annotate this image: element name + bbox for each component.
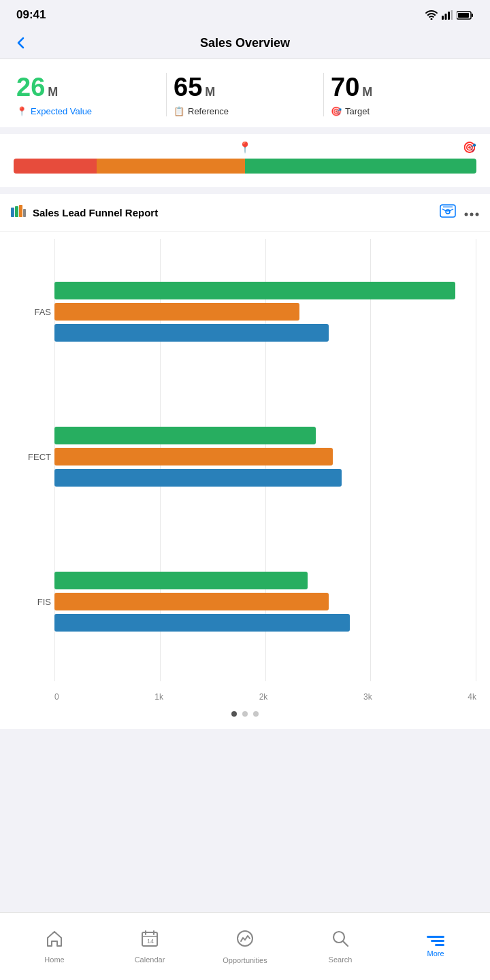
bar-group-fis: FIS [54,572,476,632]
nav-item-more[interactable]: More [388,929,483,964]
pagination-dot-1[interactable] [231,711,237,717]
pagination-dot-3[interactable] [253,711,259,717]
svg-point-12 [446,210,450,214]
search-icon [331,930,349,952]
status-icons [425,10,474,20]
header: Sales Overview [0,27,490,59]
calendar-icon: 14 [141,930,159,952]
x-axis-2: 2k [259,692,268,702]
x-axis-1: 1k [154,692,163,702]
bar-group-fas: FAS [54,282,476,342]
kpi-reference-suffix: M [205,85,215,99]
kpi-section: 26 M 📍 Expected Value 65 M 📋 Reference 7… [0,59,490,127]
progress-section: 📍 🎯 [0,134,490,187]
progress-marker-target: 🎯 [463,141,476,154]
more-icon [427,936,444,946]
kpi-expected-label: Expected Value [31,106,92,116]
nav-home-label: Home [44,956,64,964]
kpi-expected-label-row: 📍 Expected Value [16,106,159,116]
fect-bar-orange [54,448,333,466]
nav-calendar-label: Calendar [135,956,165,964]
x-axis-0: 0 [54,692,59,702]
pagination-dot-2[interactable] [242,711,248,717]
svg-rect-10 [23,209,26,217]
kpi-expected-suffix: M [48,85,58,99]
kpi-expected-number: 26 [16,73,45,102]
chart-actions [440,203,479,222]
svg-point-15 [476,213,479,216]
progress-green [245,159,476,174]
bar-chart-area: FAS FECT FIS [0,232,490,702]
svg-point-13 [465,213,468,216]
reference-marker-icon: 📍 [238,141,252,154]
progress-bar [14,159,476,174]
bar-chart-inner: FAS FECT FIS [54,239,476,702]
chart-header-icon [11,205,26,220]
nav-item-search[interactable]: Search [293,923,388,970]
opportunities-icon [235,929,255,953]
nav-opportunities-label: Opportunities [223,956,267,964]
fas-bar-blue [54,324,329,342]
svg-rect-1 [445,14,447,20]
status-time: 09:41 [16,8,46,22]
chart-more-button[interactable] [464,205,479,220]
kpi-reference-label: Reference [188,106,229,116]
target-marker-icon: 🎯 [463,141,476,154]
fis-bar-green [54,572,308,589]
svg-text:14: 14 [147,938,154,945]
svg-rect-7 [11,208,14,217]
kpi-reference-label-row: 📋 Reference [174,106,316,116]
pagination [0,702,490,722]
svg-rect-8 [15,206,18,217]
bar-group-fect-label: FECT [10,451,51,461]
bar-groups: FAS FECT FIS [54,239,476,674]
svg-rect-9 [19,205,22,217]
kpi-reference: 65 M 📋 Reference [174,73,316,116]
nav-item-opportunities[interactable]: Opportunities [197,922,293,971]
progress-marker-reference: 📍 [238,141,252,154]
chart-title: Sales Lead Funnel Report [33,207,433,218]
svg-point-14 [470,213,474,216]
battery-icon [457,11,474,20]
home-icon [45,930,64,952]
back-button[interactable] [14,35,54,50]
bar-group-fect: FECT [54,427,476,487]
svg-rect-5 [472,14,473,17]
progress-orange [97,159,245,174]
expected-value-icon: 📍 [16,106,27,116]
kpi-target-label-row: 🎯 Target [331,106,474,116]
nav-search-label: Search [329,956,353,964]
chart-filter-button[interactable] [440,203,456,222]
bar-group-fas-label: FAS [10,306,51,316]
chart-header: Sales Lead Funnel Report [0,194,490,232]
nav-item-calendar[interactable]: 14 Calendar [102,923,197,970]
progress-red [14,159,97,174]
nav-more-label: More [427,949,444,958]
kpi-target-suffix: M [362,85,372,99]
fect-bar-green [54,427,316,444]
reference-icon: 📋 [174,106,184,116]
signal-icon [442,10,453,20]
svg-rect-2 [448,12,450,20]
svg-line-23 [343,941,348,946]
wifi-icon [425,10,438,20]
fis-bar-orange [54,593,329,610]
chart-section: Sales Lead Funnel Report [0,194,490,729]
svg-rect-0 [442,16,444,20]
progress-markers: 📍 🎯 [14,141,476,154]
fas-bar-green [54,282,455,299]
svg-rect-3 [451,10,453,20]
fect-bar-blue [54,469,342,487]
fas-bar-orange [54,303,299,321]
svg-rect-6 [458,13,469,18]
bottom-nav: Home 14 Calendar Opportunities [0,912,490,980]
page-title: Sales Overview [54,36,436,50]
kpi-target-label: Target [345,106,370,116]
bar-group-fis-label: FIS [10,597,51,607]
target-icon: 🎯 [331,106,342,116]
nav-item-home[interactable]: Home [7,923,102,970]
kpi-target: 70 M 🎯 Target [331,73,474,116]
x-axis-4: 4k [468,692,476,702]
status-bar: 09:41 [0,0,490,27]
kpi-expected-value: 26 M 📍 Expected Value [16,73,159,116]
